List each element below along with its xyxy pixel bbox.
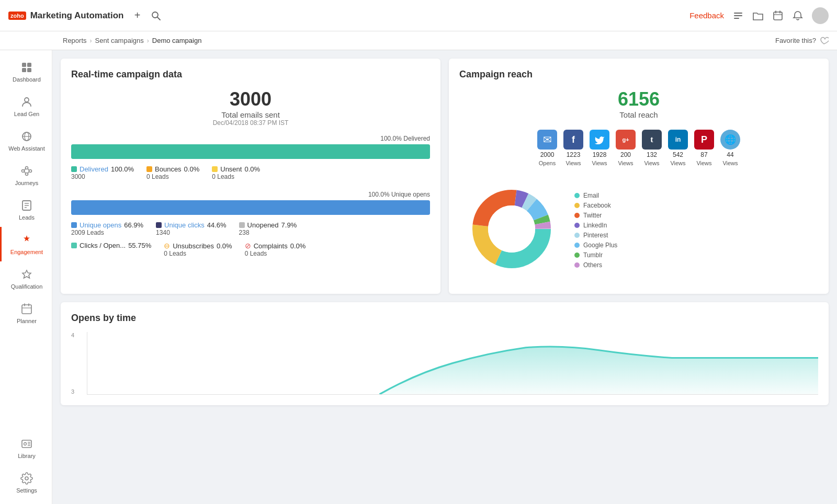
svg-rect-2 [734,13,742,14]
svg-rect-4 [734,18,739,19]
breadcrumb-reports[interactable]: Reports [63,37,87,44]
bounces-dot [146,166,152,172]
unsent-label: Unsent [220,165,242,173]
add-button[interactable]: + [130,8,145,23]
chart-svg [87,332,818,394]
svg-rect-5 [774,12,782,20]
sidebar-item-settings[interactable]: Settings [0,465,52,500]
unique-clicks-leads: 1340 [156,229,226,236]
donut-chart-section: Email Facebook Twitter LinkedIn [459,177,818,283]
feedback-link[interactable]: Feedback [689,11,724,20]
bottom-stats-row: Clicks / Open... 55.75% ⊖ Unsubscribes 0… [71,242,430,257]
unique-opens-dot [71,222,77,228]
googleplus-social-icon: g+ [616,130,636,150]
search-button[interactable] [151,11,161,20]
complaints-label: Complaints [254,242,288,250]
total-emails-section: 3000 Total emails sent Dec/04/2018 08:37… [71,88,430,127]
leadgen-icon [20,95,33,109]
y-label-3: 3 [71,388,74,395]
legend-dot-linkedin [574,223,580,228]
svg-line-23 [28,171,29,173]
pinterest-views-label: Views [696,160,711,166]
web-views-count: 44 [727,151,733,158]
favorite-label: Favorite this? [775,37,816,44]
donut-legend: Email Facebook Twitter LinkedIn [574,192,617,269]
zoho-logo: zoho [8,12,26,20]
unopened-count: 238 [239,229,297,236]
sidebar-item-dashboard[interactable]: Dashboard [0,54,52,89]
opens-chart-area: 4 3 [71,332,818,395]
svg-point-13 [25,98,29,102]
campaign-data-card: Real-time campaign data 3000 Total email… [61,59,440,294]
unsubscribes-stat: ⊖ Unsubscribes 0.0% 0 Leads [164,242,232,257]
total-emails-label: Total emails sent [71,110,430,119]
delivered-dot [71,166,77,172]
sidebar-item-webassistant[interactable]: Web Assistant [0,123,52,158]
main-layout: Dashboard Lead Gen Web Assistant Journey… [0,50,837,504]
svg-point-17 [22,170,25,173]
complaints-leads: 0 Leads [245,250,306,257]
user-avatar[interactable] [812,7,829,24]
facebook-social-icon: f [563,130,583,150]
folder-icon[interactable] [752,10,764,21]
breadcrumb-sent-campaigns[interactable]: Sent campaigns [95,37,144,44]
content-area: Real-time campaign data 3000 Total email… [52,50,837,504]
sidebar-item-library[interactable]: Library [0,431,52,465]
sidebar-label-settings: Settings [16,487,37,494]
pinterest-social-icon: P [694,130,714,150]
unsubscribes-leads: 0 Leads [164,250,232,257]
legend-label-email: Email [583,192,599,199]
svg-rect-12 [27,68,31,72]
clicks-opens-dot [71,243,77,248]
svg-rect-3 [734,15,742,16]
svg-rect-11 [22,68,26,72]
breadcrumb-demo-campaign: Demo campaign [152,37,202,44]
sidebar-item-planner[interactable]: Planner [0,296,52,330]
legend-label-linkedin: LinkedIn [583,222,607,229]
chart-y-axis: 4 3 [71,332,74,395]
planner-icon [20,302,33,316]
svg-point-19 [29,170,32,173]
social-email: ✉ 2000 Opens [537,130,557,166]
sidebar-item-qualification[interactable]: Qualification [0,261,52,296]
opens-by-time-card: Opens by time 4 3 [61,302,829,405]
delivered-section: 100.0% Delivered Delivered 100.0% 300 [71,135,430,180]
svg-point-0 [152,12,158,18]
unsent-pct: 0.0% [244,165,260,173]
web-views-label: Views [722,160,738,166]
notification-icon[interactable] [792,10,804,21]
unique-clicks-link[interactable]: Unique clicks [164,221,205,229]
delivered-link[interactable]: Delivered [80,165,108,173]
linkedin-views-count: 542 [673,151,683,158]
top-cards: Real-time campaign data 3000 Total email… [61,59,829,294]
sidebar-item-journeys[interactable]: Journeys [0,158,52,192]
clicks-opens-pct: 55.75% [128,242,151,249]
social-twitter: 1928 Views [590,130,609,166]
legend-label-pinterest: Pinterest [583,232,608,239]
legend-label-googleplus: Google Plus [583,242,617,249]
svg-point-18 [26,167,28,169]
tumblr-social-icon: t [642,130,662,150]
topbar: zoho Marketing Automation + Feedback [0,0,837,31]
app-logo: zoho Marketing Automation [8,10,124,21]
favorite-button[interactable]: Favorite this? [775,36,829,45]
unopened-label: Unopened [247,221,279,229]
unsubscribes-icon: ⊖ [164,242,170,250]
campaign-reach-card: Campaign reach 6156 Total reach ✉ 2000 O… [449,59,829,294]
chart-line-area [87,332,818,395]
sidebar-item-leads[interactable]: Leads [0,192,52,227]
sidebar-label-webassistant: Web Assistant [8,145,45,152]
library-icon [20,437,33,451]
unique-opens-progress-bar [71,200,430,215]
sidebar-item-leadgen[interactable]: Lead Gen [0,89,52,123]
list-icon[interactable] [732,10,744,21]
sidebar-label-leads: Leads [19,214,35,221]
search-icon [151,11,161,20]
sidebar-item-engagement[interactable]: Engagement [0,227,52,261]
twitter-views-label: Views [592,160,607,166]
calendar-icon[interactable] [772,10,784,21]
unique-opens-link[interactable]: Unique opens [80,221,121,229]
opens-by-time-title: Opens by time [71,313,818,324]
linkedin-views-label: Views [670,160,685,166]
breadcrumb-sep-2: › [147,37,149,44]
